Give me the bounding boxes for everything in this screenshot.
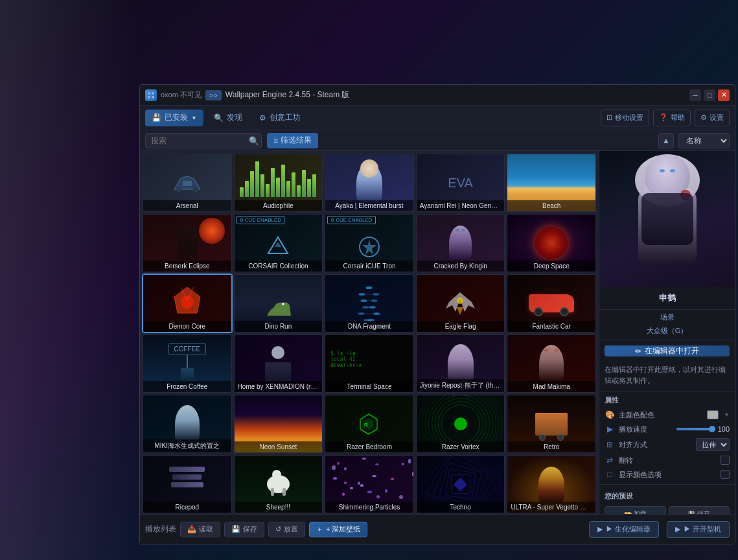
search-bar: 🔍 ≡ 筛选结果 ▲ 名称 最新 评分 (140, 130, 735, 151)
move-button[interactable]: ⊡ 移动设置 (601, 110, 649, 126)
discover-button[interactable]: 🔍 发现 (207, 110, 249, 126)
settings-label: 设置 (709, 113, 724, 122)
wallpaper-item-berserk[interactable]: Berserk Eclipse (143, 214, 232, 272)
wallpaper-item-terminal[interactable]: $ ls -la total 42 drwxr-xr-x Terminal Sp… (325, 334, 414, 393)
wallpaper-item-ultra[interactable]: ULTRA - Super Vegetto @DLegendos Wallpap… (507, 455, 596, 513)
svg-point-12 (282, 303, 284, 305)
wallpaper-item-cracked[interactable]: Cracked By Kingin (416, 214, 505, 272)
autostart-label: ▶ 开开型机 (684, 524, 721, 534)
panel-preview (599, 151, 735, 287)
wallpaper-item-frozen[interactable]: COFFEE Frozen Coffee (143, 334, 232, 393)
wallpaper-item-makima[interactable]: Mad Makima (507, 334, 596, 393)
load-preset-button[interactable]: 📂 加载 (605, 506, 666, 514)
wallpaper-item-eagle[interactable]: Eagle Flag (416, 274, 505, 332)
wallpaper-item-home[interactable]: Home by XENMADION (romg) 4K (234, 334, 323, 393)
help-icon: ❓ (659, 113, 668, 122)
wallpaper-item-ricepod[interactable]: Ricepod (143, 455, 232, 513)
search-input[interactable] (145, 133, 262, 148)
wallpaper-item-ayarei[interactable]: Jiyonie Repost-熊于了 (th/Nishikiiji Chisat… (416, 334, 505, 393)
wallpaper-item-label: Beach (507, 200, 595, 211)
wallpaper-item-corsair2[interactable]: ⚙CUE ENABLED Corsair iCUE Tron (325, 214, 414, 272)
align-select[interactable]: 拉伸 填充 适应 (696, 438, 730, 451)
maximize-button[interactable]: □ (704, 89, 715, 101)
add-wallpaper-button[interactable]: ＋ + 深加壁纸 (309, 522, 367, 537)
wallpaper-item-dino[interactable]: Dino Run (234, 274, 323, 332)
edit-icon: ✏ (635, 347, 641, 356)
wallpaper-item-ayanami[interactable]: EVA Ayanami Rei | Neon Genesis Evangelio… (416, 154, 505, 212)
wallpaper-item-beach[interactable]: Beach (507, 154, 596, 212)
wallpaper-item-label: Jiyonie Repost-熊于了 (th/Nishikiiji Chisat… (417, 379, 505, 392)
properties-title: 属性 (599, 391, 735, 408)
svg-point-6 (193, 187, 198, 192)
anime-preview-art (599, 151, 735, 287)
workshop-button[interactable]: ⚙ 创意工坊 (253, 110, 307, 126)
colors-checkbox[interactable] (721, 470, 730, 479)
open-editor-bottom-button[interactable]: ▶ ▶ 生化编辑器 (589, 521, 659, 538)
wallpaper-item-label: Berserk Eclipse (143, 261, 231, 272)
speed-slider[interactable] (676, 428, 715, 430)
panel-description: 在编辑器中打开此壁纸，以对其进行编辑或将其制作。 (599, 362, 735, 391)
installed-button[interactable]: 💾 已安装 ▼ (145, 110, 203, 126)
autostart-icon: ▶ (675, 525, 680, 533)
wallpaper-item-razer1[interactable]: R Razer Bedroom (325, 395, 414, 453)
flip-checkbox[interactable] (721, 456, 730, 465)
expand-button[interactable]: >> (205, 90, 222, 100)
add-icon: ＋ (316, 524, 323, 534)
wallpaper-item-audiophile[interactable]: Audiophile (234, 154, 323, 212)
wallpaper-item-demon[interactable]: Demon Core (143, 274, 232, 332)
sort-up-button[interactable]: ▲ (658, 133, 674, 148)
wallpaper-grid: Arsenal Audiophile Ayaka | Elemental bur… (140, 151, 599, 514)
load-label: 加载 (634, 509, 647, 514)
background-character (0, 0, 136, 560)
filter-button[interactable]: ≡ 筛选结果 (267, 133, 318, 148)
installed-label: 已安装 (165, 112, 188, 123)
reset-button[interactable]: ↺ 放置 (268, 522, 305, 537)
svg-rect-4 (183, 181, 192, 186)
color-swatch[interactable] (707, 410, 719, 419)
wallpaper-item-ayaka[interactable]: Ayaka | Elemental burst (325, 154, 414, 212)
wallpaper-rating: 大众级（G） (599, 325, 735, 340)
steam-icon: ⚙ (259, 113, 266, 122)
align-icon: ⊞ (605, 439, 615, 450)
wallpaper-title: 申鹤 (599, 287, 735, 310)
system-tray-text: oxom 不可见 (161, 90, 202, 100)
autostart-button[interactable]: ▶ ▶ 开开型机 (667, 521, 730, 538)
wallpaper-item-deepspace[interactable]: Deep Space (507, 214, 596, 272)
wallpaper-item-techno[interactable]: Techno (416, 455, 505, 513)
color-label: 主颜色配色 (619, 410, 703, 420)
speed-slider-thumb (709, 426, 715, 432)
minimize-button[interactable]: ─ (689, 89, 701, 101)
close-button[interactable]: ✕ (718, 89, 730, 101)
settings-button[interactable]: ⚙ 设置 (695, 110, 730, 126)
installed-icon: 💾 (152, 113, 161, 122)
app-title: Wallpaper Engine 2.4.55 - Steam 版 (225, 89, 350, 100)
save-preset-button[interactable]: 💾 保存 (669, 506, 730, 514)
open-editor-button[interactable]: ✏ 在编辑器中打开 (605, 345, 730, 356)
editor-icon: ▶ (597, 525, 603, 533)
wallpaper-item-label: Corsair iCUE Tron (325, 261, 413, 272)
svg-point-14 (366, 286, 373, 289)
speed-label: 播放速度 (619, 425, 673, 434)
sort-select[interactable]: 名称 最新 评分 (678, 133, 730, 148)
wallpaper-item-shimmer[interactable]: Shimmering Particles (325, 455, 414, 513)
wallpaper-item-label: Arsenal (143, 200, 231, 211)
svg-point-9 (181, 296, 194, 309)
wallpaper-item-label: Techno (417, 502, 505, 513)
take-button[interactable]: 📥 读取 (180, 522, 220, 537)
wallpaper-item-miki[interactable]: MIKI海水生成式的置之 (143, 395, 232, 453)
wallpaper-item-label: Audiophile (235, 200, 323, 211)
colors-label: 显示颜色选项 (619, 470, 717, 480)
prop-row-speed: ▶ 播放速度 100 (599, 422, 735, 436)
wallpaper-item-dna[interactable]: DNA Fragment (325, 274, 414, 332)
save-button[interactable]: 💾 保存 (224, 522, 264, 537)
wallpaper-item-sheep[interactable]: Sheep!!! (234, 455, 323, 513)
help-button[interactable]: ❓ 帮助 (653, 110, 691, 126)
wallpaper-item-neon[interactable]: Neon Sunset (234, 395, 323, 453)
search-submit-button[interactable]: 🔍 (249, 135, 259, 145)
wallpaper-item-retro[interactable]: Retro (507, 395, 596, 453)
svg-text:R: R (364, 422, 368, 428)
wallpaper-item-arsenal[interactable]: Arsenal (143, 154, 232, 212)
wallpaper-item-razer2[interactable]: Razer Vortex (416, 395, 505, 453)
wallpaper-item-fantastic[interactable]: Fantastic Car (507, 274, 596, 332)
wallpaper-item-corsair1[interactable]: ⚙CUE ENABLED CORSAIR Collection (234, 214, 323, 272)
